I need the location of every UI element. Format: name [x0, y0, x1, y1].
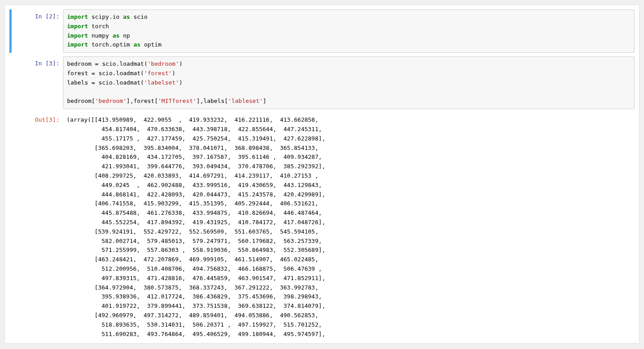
out-prompt: Out[3]:	[12, 113, 63, 341]
notebook-container: In [2]: import scipy.io as scio import t…	[4, 4, 640, 344]
code-cell[interactable]: In [2]: import scipy.io as scio import t…	[9, 9, 635, 53]
in-prompt: In [3]:	[12, 56, 63, 109]
output-text: (array([[413.950989, 422.9055 , 419.9332…	[63, 113, 635, 341]
in-prompt: In [2]:	[12, 9, 63, 53]
output-cell: Out[3]: (array([[413.950989, 422.9055 , …	[9, 113, 635, 341]
code-input[interactable]: bedroom = scio.loadmat('bedroom') forest…	[63, 56, 635, 109]
code-input[interactable]: import scipy.io as scio import torch imp…	[63, 9, 635, 53]
code-cell[interactable]: In [3]: bedroom = scio.loadmat('bedroom'…	[9, 56, 635, 109]
